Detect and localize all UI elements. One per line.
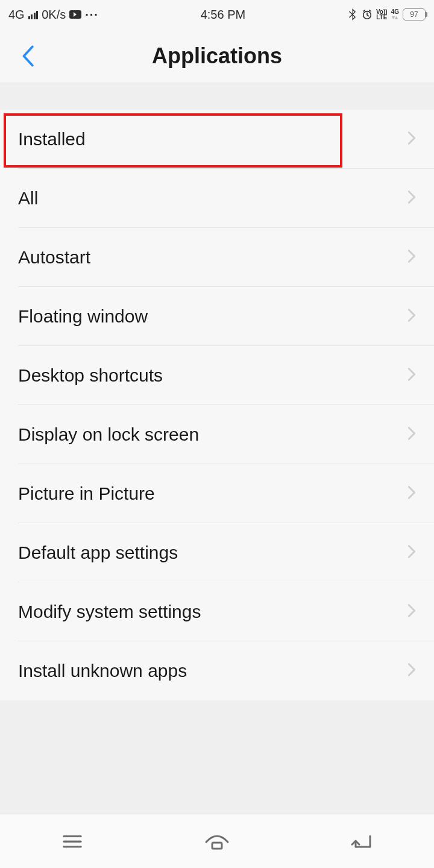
system-navbar	[0, 814, 434, 868]
recents-button[interactable]	[54, 829, 90, 854]
list-item-all[interactable]: All	[0, 169, 434, 228]
network-4g-icon: 4G▾▴	[391, 9, 399, 20]
list-item-label: Installed	[18, 129, 86, 149]
applications-list: Installed All Autostart Floating window …	[0, 110, 434, 700]
chevron-right-icon	[407, 544, 416, 561]
back-button[interactable]	[16, 44, 40, 68]
status-bar: 4G 0K/s ··· 4:56 PM Vo))LTE 4G▾▴ 97	[0, 0, 434, 29]
network-speed-label: 0K/s	[42, 8, 66, 22]
page-header: Applications	[0, 29, 434, 83]
status-time: 4:56 PM	[201, 8, 245, 22]
back-nav-button[interactable]	[344, 829, 380, 854]
video-app-icon	[69, 10, 81, 19]
home-icon	[204, 832, 230, 851]
home-button[interactable]	[199, 829, 235, 854]
status-right: Vo))LTE 4G▾▴ 97	[347, 8, 426, 20]
chevron-right-icon	[407, 662, 416, 679]
list-item-desktop-shortcuts[interactable]: Desktop shortcuts	[0, 346, 434, 405]
back-icon	[350, 832, 374, 851]
svg-rect-1	[212, 843, 222, 849]
list-item-default-app-settings[interactable]: Default app settings	[0, 523, 434, 582]
list-item-picture-in-picture[interactable]: Picture in Picture	[0, 464, 434, 523]
signal-icon	[28, 10, 39, 19]
chevron-right-icon	[407, 190, 416, 207]
battery-icon: 97	[403, 8, 426, 20]
alarm-icon	[362, 9, 373, 20]
status-left: 4G 0K/s ···	[8, 8, 99, 22]
chevron-right-icon	[407, 367, 416, 384]
list-item-autostart[interactable]: Autostart	[0, 228, 434, 287]
list-item-label: Install unknown apps	[18, 661, 187, 681]
section-gap	[0, 83, 434, 110]
chevron-left-icon	[21, 45, 34, 67]
list-item-label: Default app settings	[18, 542, 178, 563]
list-item-label: All	[18, 188, 38, 209]
chevron-right-icon	[407, 485, 416, 502]
list-item-label: Desktop shortcuts	[18, 365, 163, 386]
list-item-floating-window[interactable]: Floating window	[0, 287, 434, 346]
volte-icon: Vo))LTE	[376, 9, 388, 20]
menu-icon	[62, 834, 83, 849]
network-type-label: 4G	[8, 8, 25, 22]
list-item-modify-system-settings[interactable]: Modify system settings	[0, 582, 434, 641]
chevron-right-icon	[407, 131, 416, 148]
chevron-right-icon	[407, 249, 416, 266]
list-item-label: Autostart	[18, 247, 90, 268]
list-item-label: Display on lock screen	[18, 424, 199, 445]
more-icon: ···	[85, 8, 99, 22]
list-item-label: Picture in Picture	[18, 483, 155, 504]
list-item-label: Floating window	[18, 306, 148, 327]
list-item-label: Modify system settings	[18, 602, 201, 622]
list-item-install-unknown-apps[interactable]: Install unknown apps	[0, 641, 434, 700]
bluetooth-icon	[347, 9, 358, 20]
chevron-right-icon	[407, 308, 416, 325]
chevron-right-icon	[407, 426, 416, 443]
list-item-installed[interactable]: Installed	[0, 110, 434, 169]
chevron-right-icon	[407, 603, 416, 620]
page-title: Applications	[152, 43, 282, 69]
list-item-display-on-lock-screen[interactable]: Display on lock screen	[0, 405, 434, 464]
